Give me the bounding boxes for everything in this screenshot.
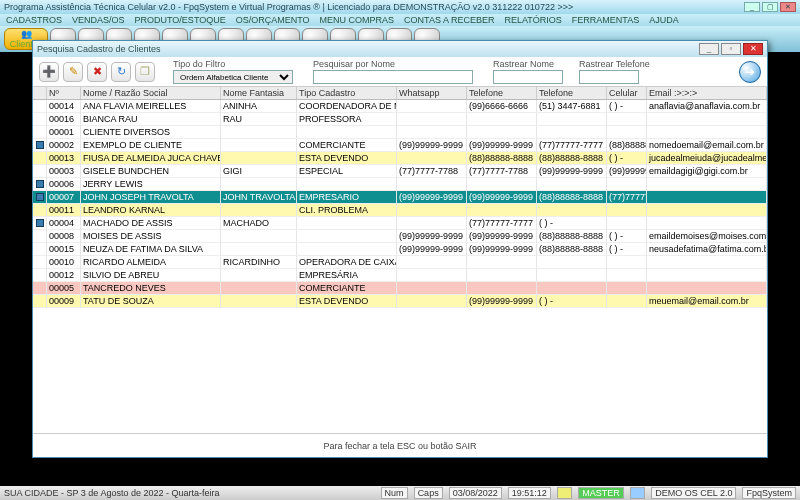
column-header[interactable]: Telefone [537,87,607,99]
column-header[interactable] [33,87,47,99]
cell [607,295,647,308]
cell: neusadefatima@fatima.com.br [647,243,767,256]
menu-item[interactable]: VENDAS/OS [72,15,125,25]
column-header[interactable]: Tipo Cadastro [297,87,397,99]
modal-max-button[interactable]: ▫ [721,43,741,55]
app-max-button[interactable]: ▢ [762,2,778,12]
cell: (99)99999-9999 [467,139,537,152]
cell [397,178,467,191]
status-date: 03/08/2022 [449,487,502,499]
cell [297,126,397,139]
cell [607,256,647,269]
row-marker [33,269,47,282]
cell: 00009 [47,295,81,308]
cell: (99)99999-9999 [467,191,537,204]
app-min-button[interactable]: _ [744,2,760,12]
cell: CLIENTE DIVERSOS [81,126,221,139]
table-row[interactable]: 00015NEUZA DE FATIMA DA SILVA(99)99999-9… [33,243,767,256]
cell: 00005 [47,282,81,295]
cell [221,230,297,243]
menu-item[interactable]: CONTAS A RECEBER [404,15,494,25]
cell [467,204,537,217]
edit-button[interactable]: ✎ [63,62,83,82]
table-row[interactable]: 00010RICARDO ALMEIDARICARDINHOOPERADORA … [33,256,767,269]
copy-button[interactable]: ❐ [135,62,155,82]
cell [221,204,297,217]
row-marker-icon [36,219,44,227]
menu-item[interactable]: FERRAMENTAS [572,15,639,25]
cell: (77)77777-7777 [607,191,647,204]
menu-item[interactable]: RELATÓRIOS [504,15,561,25]
table-row[interactable]: 00009TATU DE SOUZAESTA DEVENDO(99)99999-… [33,295,767,308]
delete-button[interactable]: ✖ [87,62,107,82]
cell [537,269,607,282]
cell: (77)7777-7788 [467,165,537,178]
table-row[interactable]: 00006JERRY LEWIS [33,178,767,191]
filter-select[interactable]: Ordem Alfabetica Cliente [173,70,293,84]
add-button[interactable]: ➕ [39,62,59,82]
refresh-button[interactable]: ↻ [111,62,131,82]
table-row[interactable]: 00003GISELE BUNDCHENGIGIESPECIAL(77)7777… [33,165,767,178]
column-header[interactable]: Telefone [467,87,537,99]
table-row[interactable]: 00013FIUSA DE ALMEIDA JUCA CHAVESESTA DE… [33,152,767,165]
cell [537,204,607,217]
column-header[interactable]: Whatsapp [397,87,467,99]
cell: JOHN TRAVOLTA [221,191,297,204]
track-name-label: Rastrear Nome [493,59,563,69]
track-phone-label: Rastrear Telefone [579,59,650,69]
filter-type-group: Tipo do Filtro Ordem Alfabetica Cliente [173,59,293,84]
track-name-input[interactable] [493,70,563,84]
table-row[interactable]: 00011LEANDRO KARNALCLI. PROBLEMA [33,204,767,217]
cell [467,269,537,282]
table-row[interactable]: 00001CLIENTE DIVERSOS [33,126,767,139]
table-row[interactable]: 00002EXEMPLO DE CLIENTECOMERCIANTE(99)99… [33,139,767,152]
grid-header: NºNome / Razão SocialNome FantasiaTipo C… [33,87,767,100]
menu-item[interactable]: MENU COMPRAS [320,15,395,25]
cell: RICARDO ALMEIDA [81,256,221,269]
cell: emaildagigi@gigi.com.br [647,165,767,178]
row-marker-icon [36,141,44,149]
menu-item[interactable]: OS/ORÇAMENTO [236,15,310,25]
cell: 00016 [47,113,81,126]
table-row[interactable]: 00012SILVIO DE ABREUEMPRESÁRIA [33,269,767,282]
cell [537,126,607,139]
column-header[interactable]: Email :>:>:> [647,87,767,99]
cell [647,269,767,282]
cell: ( ) - [607,230,647,243]
cell [397,113,467,126]
row-marker [33,191,47,204]
table-row[interactable]: 00008MOISES DE ASSIS(99)99999-9999(99)99… [33,230,767,243]
cell [397,100,467,113]
modal-min-button[interactable]: _ [699,43,719,55]
cell: COMERCIANTE [297,139,397,152]
search-name-input[interactable] [313,70,473,84]
cell [297,178,397,191]
column-header[interactable]: Celular [607,87,647,99]
cell: (99)99999-9999 [397,191,467,204]
cell: ( ) - [607,243,647,256]
track-name-group: Rastrear Nome [493,59,563,84]
menu-item[interactable]: PRODUTO/ESTOQUE [135,15,226,25]
cell [467,178,537,191]
cell: emaildemoises@moises.com.br [647,230,767,243]
table-row[interactable]: 00014ANA FLAVIA MEIRELLESANINHACOORDENAD… [33,100,767,113]
track-phone-input[interactable] [579,70,639,84]
app-close-button[interactable]: ✕ [780,2,796,12]
modal-close-button[interactable]: ✕ [743,43,763,55]
table-row[interactable]: 00004MACHADO DE ASSISMACHADO(77)77777-77… [33,217,767,230]
menu-item[interactable]: AJUDA [649,15,679,25]
row-marker-icon [36,193,44,201]
cell [467,256,537,269]
status-left: SUA CIDADE - SP 3 de Agosto de 2022 - Qu… [4,488,219,498]
search-go-button[interactable]: ➔ [739,61,761,83]
table-row[interactable]: 00007JOHN JOSEPH TRAVOLTAJOHN TRAVOLTAEM… [33,191,767,204]
cell: meuemail@email.com.br [647,295,767,308]
column-header[interactable]: Nome / Razão Social [81,87,221,99]
table-row[interactable]: 00005TANCREDO NEVESCOMERCIANTE [33,282,767,295]
cell: 00002 [47,139,81,152]
column-header[interactable]: Nº [47,87,81,99]
cell: 00007 [47,191,81,204]
column-header[interactable]: Nome Fantasia [221,87,297,99]
table-row[interactable]: 00016BIANCA RAURAUPROFESSORA [33,113,767,126]
menu-item[interactable]: CADASTROS [6,15,62,25]
